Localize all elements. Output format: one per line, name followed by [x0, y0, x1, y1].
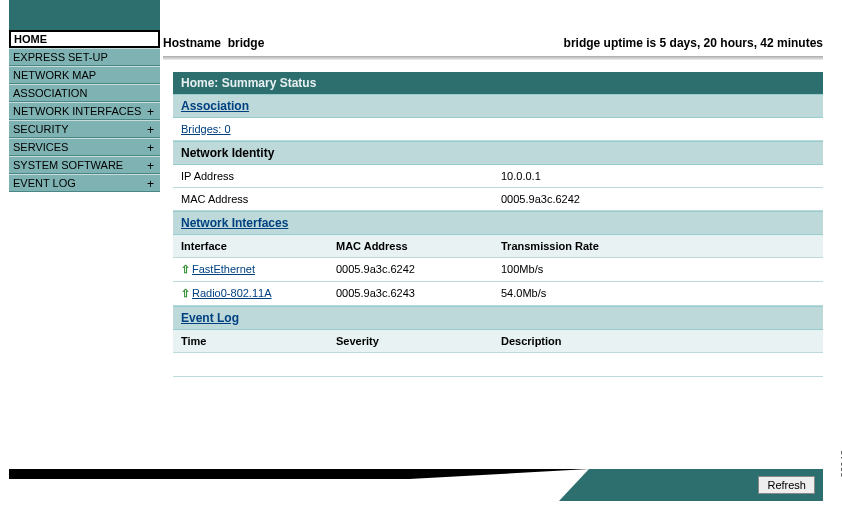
content-area: Hostname bridge bridge uptime is 5 days,…	[163, 30, 823, 377]
bridges-row: Bridges: 0	[173, 118, 823, 141]
col-interface: Interface	[173, 235, 328, 257]
interface-rate: 100Mb/s	[493, 258, 823, 281]
nav-label: EVENT LOG	[13, 177, 76, 189]
hostname-label: Hostname	[163, 36, 221, 50]
network-identity-heading: Network Identity	[173, 141, 823, 165]
interface-row: ⇧Radio0-802.11A 0005.9a3c.6243 54.0Mb/s	[173, 282, 823, 306]
page-header: Hostname bridge bridge uptime is 5 days,…	[163, 36, 823, 50]
event-log-link[interactable]: Event Log	[181, 311, 239, 325]
empty-cell	[173, 353, 328, 376]
empty-cell	[493, 353, 823, 376]
interface-link-fastethernet[interactable]: FastEthernet	[192, 263, 255, 275]
nav-item-security[interactable]: SECURITY +	[9, 120, 160, 138]
nav-label: SERVICES	[13, 141, 68, 153]
mac-value: 0005.9a3c.6242	[493, 188, 823, 210]
association-heading: Association	[173, 94, 823, 118]
interface-mac: 0005.9a3c.6243	[328, 282, 493, 305]
summary-panel: Home: Summary Status Association Bridges…	[173, 72, 823, 377]
hostname-value: bridge	[228, 36, 265, 50]
col-description: Description	[493, 330, 823, 352]
ip-value: 10.0.0.1	[493, 165, 823, 187]
footer-teal-strip: Refresh	[589, 469, 823, 501]
expand-icon: +	[147, 123, 154, 137]
footer-black-strip	[9, 469, 409, 479]
nav-item-system-software[interactable]: SYSTEM SOFTWARE +	[9, 156, 160, 174]
nav-label: SYSTEM SOFTWARE	[13, 159, 123, 171]
interfaces-header-row: Interface MAC Address Transmission Rate	[173, 235, 823, 258]
hostname-display: Hostname bridge	[163, 36, 264, 50]
footer-bar: Refresh	[9, 469, 823, 501]
network-interfaces-heading: Network Interfaces	[173, 211, 823, 235]
uptime-display: bridge uptime is 5 days, 20 hours, 42 mi…	[564, 36, 823, 50]
top-ribbon-decoration	[9, 0, 160, 30]
bridges-link[interactable]: Bridges: 0	[181, 123, 231, 135]
refresh-button[interactable]: Refresh	[758, 476, 815, 494]
nav-item-express-setup[interactable]: EXPRESS SET-UP	[9, 48, 160, 66]
expand-icon: +	[147, 159, 154, 173]
nav-item-association[interactable]: ASSOCIATION	[9, 84, 160, 102]
interface-row: ⇧FastEthernet 0005.9a3c.6242 100Mb/s	[173, 258, 823, 282]
network-identity-label: Network Identity	[181, 146, 274, 160]
footer-diagonal-teal	[559, 469, 589, 501]
expand-icon: +	[147, 105, 154, 119]
col-time: Time	[173, 330, 328, 352]
interface-mac: 0005.9a3c.6242	[328, 258, 493, 281]
nav-item-network-interfaces[interactable]: NETWORK INTERFACES +	[9, 102, 160, 120]
event-log-heading: Event Log	[173, 306, 823, 330]
col-mac: MAC Address	[328, 235, 493, 257]
ip-label: IP Address	[173, 165, 493, 187]
panel-title: Home: Summary Status	[173, 72, 823, 94]
nav-item-home[interactable]: HOME	[9, 30, 160, 48]
col-severity: Severity	[328, 330, 493, 352]
nav-item-network-map[interactable]: NETWORK MAP	[9, 66, 160, 84]
expand-icon: +	[147, 177, 154, 191]
up-arrow-icon: ⇧	[181, 287, 190, 300]
interface-rate: 54.0Mb/s	[493, 282, 823, 305]
nav-label: SECURITY	[13, 123, 69, 135]
header-separator	[163, 56, 823, 60]
event-log-header-row: Time Severity Description	[173, 330, 823, 353]
interface-link-radio0[interactable]: Radio0-802.11A	[192, 287, 272, 299]
mac-label: MAC Address	[173, 188, 493, 210]
nav-item-event-log[interactable]: EVENT LOG +	[9, 174, 160, 192]
ip-address-row: IP Address 10.0.0.1	[173, 165, 823, 188]
association-link[interactable]: Association	[181, 99, 249, 113]
mac-address-row: MAC Address 0005.9a3c.6242	[173, 188, 823, 211]
event-log-empty-row	[173, 353, 823, 377]
empty-cell	[328, 353, 493, 376]
network-interfaces-link[interactable]: Network Interfaces	[181, 216, 288, 230]
expand-icon: +	[147, 141, 154, 155]
nav-item-services[interactable]: SERVICES +	[9, 138, 160, 156]
col-rate: Transmission Rate	[493, 235, 823, 257]
sidebar-nav: HOME EXPRESS SET-UP NETWORK MAP ASSOCIAT…	[9, 30, 160, 192]
nav-label: NETWORK INTERFACES	[13, 105, 141, 117]
up-arrow-icon: ⇧	[181, 263, 190, 276]
